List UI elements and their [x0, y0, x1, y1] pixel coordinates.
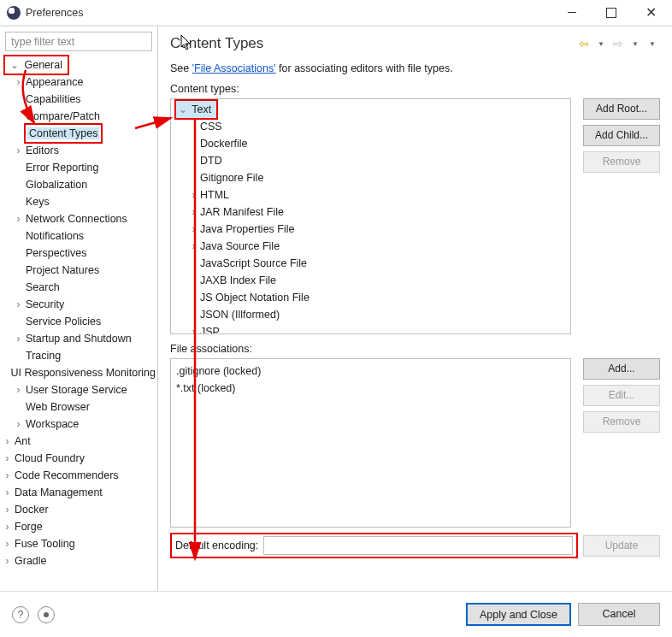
edit-assoc-button: Edit...	[583, 385, 660, 406]
nav-item[interactable]: ›Ant	[2, 433, 157, 450]
preferences-nav: ⌄ General››Appearance› Capabilities› Com…	[0, 27, 158, 591]
type-item[interactable]: ››JAR Manifest File	[174, 203, 569, 221]
cancel-button[interactable]: Cancel	[578, 603, 660, 626]
close-button[interactable]	[631, 0, 670, 26]
nav-item[interactable]: › Content Types	[2, 125, 157, 142]
type-item[interactable]: ››HTML	[174, 186, 569, 203]
nav-item[interactable]: ››Security	[2, 296, 157, 313]
help-button[interactable]: ?	[12, 606, 29, 623]
encoding-label: Default encoding:	[175, 540, 258, 551]
remove-type-button: Remove	[583, 151, 660, 173]
nav-item[interactable]: › Notifications	[2, 227, 157, 245]
nav-item[interactable]: › UI Responsiveness Monitoring	[2, 364, 157, 381]
nav-item[interactable]: ›Gradle	[2, 552, 157, 569]
chevron-down-icon: ⌄	[9, 56, 20, 74]
menu-icon[interactable]: ▼	[645, 36, 660, 51]
type-item[interactable]: › JS Object Notation File	[174, 289, 569, 306]
nav-item[interactable]: ›Forge	[2, 518, 157, 535]
file-assoc-item[interactable]: .gitignore (locked)	[176, 363, 565, 380]
type-item[interactable]: › DTD	[174, 152, 569, 169]
nav-item[interactable]: › Search	[2, 279, 157, 296]
remove-assoc-button: Remove	[583, 411, 660, 433]
type-item[interactable]: › Gitignore File	[174, 169, 569, 186]
type-item[interactable]: ››JSP	[174, 323, 569, 333]
nav-item[interactable]: › Globalization	[2, 176, 157, 193]
fwd-menu-icon[interactable]: ▼	[628, 36, 643, 51]
nav-item[interactable]: ››Workspace	[2, 416, 157, 433]
content-types-list[interactable]: ⌄ Text› CSS› Dockerfile› DTD› Gitignore …	[170, 98, 571, 334]
nav-item[interactable]: › Perspectives	[2, 245, 157, 262]
app-icon	[7, 6, 21, 20]
page-nav-icons: ⇦ ▼ ⇨ ▼ ▼	[576, 36, 660, 51]
nav-item-general[interactable]: ⌄ General	[2, 56, 157, 74]
apply-close-button[interactable]: Apply and Close	[466, 603, 571, 626]
forward-icon[interactable]: ⇨	[610, 36, 626, 51]
nav-item[interactable]: ››User Storage Service	[2, 381, 157, 398]
encoding-input[interactable]	[263, 536, 573, 555]
update-encoding-button: Update	[583, 535, 660, 557]
nav-item[interactable]: ›Code Recommenders	[2, 467, 157, 484]
content-pane: Content Types ⇦ ▼ ⇨ ▼ ▼ See 'File Associ…	[158, 27, 672, 591]
nav-tree[interactable]: ⌄ General››Appearance› Capabilities› Com…	[0, 55, 157, 591]
filter-input[interactable]	[5, 32, 152, 51]
file-assoc-label: File associations:	[170, 343, 660, 355]
nav-item[interactable]: ›Cloud Foundry	[2, 450, 157, 467]
nav-item[interactable]: › Tracing	[2, 347, 157, 364]
content-types-label: Content types:	[170, 83, 660, 95]
import-export-button[interactable]	[38, 606, 55, 623]
back-menu-icon[interactable]: ▼	[593, 36, 609, 51]
add-root-button[interactable]: Add Root...	[583, 98, 660, 120]
chevron-down-icon: ⌄	[176, 101, 189, 118]
nav-item[interactable]: ››Startup and Shutdown	[2, 330, 157, 347]
dialog-footer: ? Apply and Close Cancel	[0, 591, 672, 637]
nav-item[interactable]: ››Network Connections	[2, 210, 157, 227]
nav-item[interactable]: ››Editors	[2, 142, 157, 159]
add-child-button[interactable]: Add Child...	[583, 125, 660, 146]
type-item[interactable]: › JSON (Illformed)	[174, 306, 569, 323]
type-item[interactable]: › CSS	[174, 118, 569, 135]
nav-item[interactable]: › Keys	[2, 193, 157, 210]
type-item[interactable]: › Dockerfile	[174, 135, 569, 152]
maximize-button[interactable]	[592, 0, 631, 26]
nav-item[interactable]: ›Data Management	[2, 484, 157, 501]
back-icon[interactable]: ⇦	[576, 36, 592, 51]
nav-item[interactable]: › Web Browser	[2, 398, 157, 416]
file-assoc-list[interactable]: .gitignore (locked)*.txt (locked)	[170, 358, 571, 528]
nav-item[interactable]: › Service Policies	[2, 313, 157, 330]
file-associations-link[interactable]: 'File Associations'	[192, 62, 276, 74]
nav-item[interactable]: ›Docker	[2, 501, 157, 518]
nav-item[interactable]: › Compare/Patch	[2, 108, 157, 125]
nav-item[interactable]: ››Appearance	[2, 74, 157, 91]
window-title: Preferences	[26, 7, 83, 19]
title-bar: Preferences	[0, 0, 672, 26]
file-assoc-item[interactable]: *.txt (locked)	[176, 380, 565, 397]
type-item[interactable]: ››Java Properties File	[174, 221, 569, 238]
type-item[interactable]: ››Java Source File	[174, 238, 569, 255]
type-item[interactable]: › JavaScript Source File	[174, 255, 569, 272]
nav-item[interactable]: ›Fuse Tooling	[2, 535, 157, 552]
page-title: Content Types	[170, 35, 576, 52]
type-text[interactable]: ⌄ Text	[174, 101, 569, 118]
type-item[interactable]: › JAXB Index File	[174, 272, 569, 289]
nav-item[interactable]: › Error Reporting	[2, 159, 157, 176]
add-assoc-button[interactable]: Add...	[583, 358, 660, 380]
hint-text: See 'File Associations' for associating …	[170, 62, 660, 74]
minimize-button[interactable]	[552, 0, 592, 26]
nav-item[interactable]: › Project Natures	[2, 262, 157, 279]
nav-item[interactable]: › Capabilities	[2, 91, 157, 108]
